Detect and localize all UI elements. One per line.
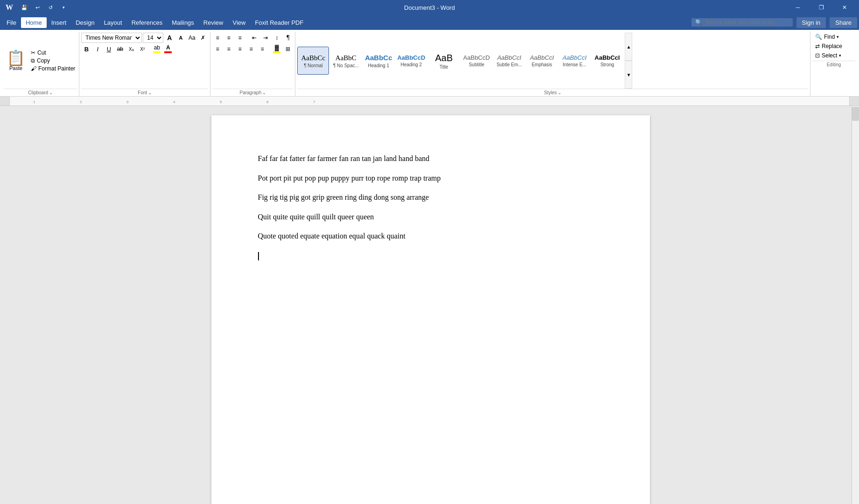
show-hide-button[interactable]: ¶ — [283, 33, 293, 43]
align-center-button[interactable]: ≡ — [223, 44, 234, 54]
styles-scroll-down[interactable]: ▼ — [625, 61, 632, 89]
paragraph-5[interactable]: Quote quoted equate equation equal quack… — [258, 230, 603, 242]
bullets-button[interactable]: ≡ — [212, 33, 223, 43]
styles-container: AaBbCc ¶ Normal AaBbC ¶ No Spac... AaBbC… — [297, 33, 808, 89]
style-normal[interactable]: AaBbCc ¶ Normal — [297, 47, 329, 75]
paragraph-3[interactable]: Fig rig tig pig got grip green ring ding… — [258, 191, 603, 203]
menu-layout[interactable]: Layout — [99, 17, 127, 28]
minimize-button[interactable]: ─ — [787, 0, 809, 15]
menu-foxit[interactable]: Foxit Reader PDF — [250, 17, 308, 28]
clipboard-mini-buttons: ✂ Cut ⧉ Copy 🖌 Format Painter — [29, 33, 77, 89]
svg-text:2: 2 — [80, 100, 82, 104]
paste-button[interactable]: 📋 Paste — [4, 33, 28, 89]
styles-scroll-up[interactable]: ▲ — [625, 33, 632, 61]
vertical-scrollbar[interactable] — [852, 106, 859, 504]
style-emphasis[interactable]: AaBbCcI Emphasis — [526, 47, 558, 75]
line-spacing-button[interactable]: ≡ — [257, 44, 267, 54]
menu-review[interactable]: Review — [199, 17, 228, 28]
font-size-select[interactable]: 14 12 16 18 — [143, 33, 163, 43]
paragraph-6[interactable] — [258, 250, 603, 262]
cut-icon: ✂ — [31, 49, 35, 56]
style-strong[interactable]: AaBbCcI Strong — [591, 47, 623, 75]
sort-button[interactable]: ↕ — [272, 33, 282, 43]
justify-button[interactable]: ≡ — [246, 44, 256, 54]
svg-text:1: 1 — [33, 100, 35, 104]
style-emphasis-label: Emphasis — [531, 62, 552, 67]
share-button[interactable]: Share — [830, 17, 857, 28]
find-button[interactable]: 🔍 Find ▾ — [812, 33, 842, 41]
paragraph-2[interactable]: Pot port pit put pop pup puppy purr top … — [258, 172, 603, 184]
borders-button[interactable]: ⊞ — [283, 44, 293, 54]
style-subtitle[interactable]: AaBbCcD Subtitle — [461, 47, 492, 75]
document-page[interactable]: Faf far fat fatter far farmer fan ran ta… — [211, 115, 650, 504]
style-heading2[interactable]: AaBbCcD Heading 2 — [395, 47, 427, 75]
cut-button[interactable]: ✂ Cut — [29, 49, 77, 56]
numbering-button[interactable]: ≡ — [223, 33, 234, 43]
menu-view[interactable]: View — [228, 17, 250, 28]
multilevel-button[interactable]: ≡ — [235, 33, 245, 43]
paste-label: Paste — [9, 65, 22, 71]
close-button[interactable]: ✕ — [834, 0, 855, 15]
menu-references[interactable]: References — [127, 17, 167, 28]
paragraph-expand-icon[interactable]: ⌄ — [262, 90, 266, 95]
font-group-label: Font — [138, 90, 147, 95]
signin-button[interactable]: Sign in — [796, 17, 826, 28]
svg-text:5: 5 — [220, 100, 222, 104]
menu-file[interactable]: File — [2, 17, 21, 28]
menu-mailings[interactable]: Mailings — [167, 17, 199, 28]
style-no-spacing[interactable]: AaBbC ¶ No Spac... — [330, 47, 362, 75]
editing-group: 🔍 Find ▾ ⇄ Replace ⊡ Select ▾ Editing — [810, 32, 857, 96]
font-family-select[interactable]: Times New Roman Arial Calibri — [81, 33, 142, 43]
menu-home[interactable]: Home — [21, 17, 47, 28]
decrease-indent-button[interactable]: ⇤ — [249, 33, 259, 43]
increase-indent-button[interactable]: ⇥ — [260, 33, 271, 43]
clear-formatting-button[interactable]: ✗ — [198, 33, 208, 43]
restore-button[interactable]: ❐ — [810, 0, 832, 15]
svg-rect-8 — [0, 106, 9, 504]
font-color-button[interactable]: A — [163, 44, 173, 54]
align-right-button[interactable]: ≡ — [235, 44, 245, 54]
font-expand-icon[interactable]: ⌄ — [148, 90, 152, 95]
tell-me-search[interactable] — [705, 19, 789, 26]
style-title[interactable]: AaB Title — [428, 47, 460, 75]
format-painter-button[interactable]: 🖌 Format Painter — [29, 65, 77, 72]
style-title-preview: AaB — [435, 52, 453, 63]
underline-button[interactable]: U — [104, 44, 114, 54]
clipboard-expand-icon[interactable]: ⌄ — [49, 90, 53, 95]
style-heading1[interactable]: AaBbCc Heading 1 — [363, 47, 394, 75]
shrink-font-button[interactable]: A — [175, 33, 186, 43]
change-case-button[interactable]: Aa — [187, 33, 197, 43]
style-intense-emphasis-preview: AaBbCcI — [563, 54, 587, 62]
styles-expand-icon[interactable]: ⌄ — [558, 90, 561, 95]
document-area[interactable]: Faf far fat fatter far farmer fan ran ta… — [9, 106, 852, 504]
style-title-label: Title — [440, 64, 448, 70]
grow-font-button[interactable]: A — [164, 33, 175, 43]
undo-quick-btn[interactable]: ↩ — [32, 2, 43, 13]
style-intense-emphasis[interactable]: AaBbCcI Intense E... — [559, 47, 590, 75]
style-heading2-label: Heading 2 — [401, 62, 422, 67]
bold-button[interactable]: B — [81, 44, 91, 54]
menu-design[interactable]: Design — [71, 17, 99, 28]
text-highlight-button[interactable]: ab — [152, 44, 162, 54]
paragraph-4[interactable]: Quit quite quite quill quilt queer queen — [258, 211, 603, 223]
superscript-button[interactable]: X² — [137, 44, 147, 54]
subscript-button[interactable]: X₂ — [126, 44, 136, 54]
style-subtle-emphasis[interactable]: AaBbCcI Subtle Em... — [493, 47, 525, 75]
italic-button[interactable]: I — [92, 44, 103, 54]
svg-text:7: 7 — [313, 100, 315, 104]
svg-text:4: 4 — [173, 100, 175, 104]
align-left-button[interactable]: ≡ — [212, 44, 223, 54]
style-normal-preview: AaBbCc — [301, 54, 326, 62]
customize-quick-btn[interactable]: ▾ — [58, 2, 69, 13]
redo-quick-btn[interactable]: ↺ — [45, 2, 56, 13]
replace-button[interactable]: ⇄ Replace — [812, 42, 845, 50]
select-button[interactable]: ⊡ Select ▾ — [812, 51, 844, 60]
paragraph-1[interactable]: Faf far fat fatter far farmer fan ran ta… — [258, 153, 603, 165]
copy-button[interactable]: ⧉ Copy — [29, 57, 77, 64]
save-quick-btn[interactable]: 💾 — [19, 2, 30, 13]
style-intense-emphasis-label: Intense E... — [563, 62, 587, 67]
menu-insert[interactable]: Insert — [47, 17, 71, 28]
strikethrough-button[interactable]: ab — [115, 44, 125, 54]
shading-button[interactable]: ▓ — [272, 44, 282, 54]
menu-bar: File Home Insert Design Layout Reference… — [0, 15, 859, 30]
